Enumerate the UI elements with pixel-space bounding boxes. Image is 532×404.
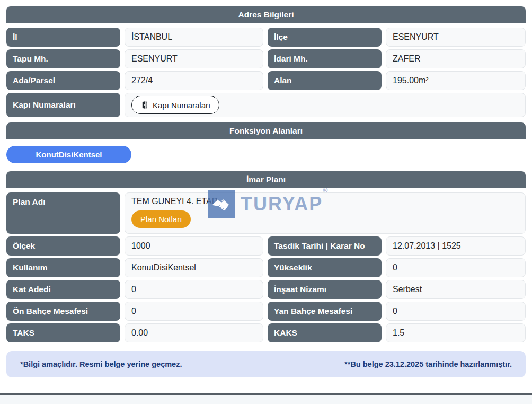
- field-label-insaat-nizami: İnşaat Nizamı: [268, 280, 382, 299]
- field-label-ilce: İlçe: [268, 28, 382, 47]
- field-value-kullanim: KonutDisiKentsel: [125, 258, 263, 277]
- field-value-tapu-mh: ESENYURT: [125, 49, 263, 68]
- field-value-yukseklik: 0: [386, 258, 526, 277]
- disclaimer-note: *Bilgi amaçlıdır. Resmi belge yerine geç…: [6, 351, 526, 377]
- field-label-kaks: KAKS: [268, 323, 382, 342]
- field-value-insaat-nizami: Serbest: [386, 280, 526, 299]
- disclaimer-text-right: **Bu belge 23.12.2025 tarihinde hazırlan…: [344, 360, 512, 368]
- field-label-tasdik-tarihi-karar-no: Tasdik Tarihi | Karar No: [268, 236, 382, 256]
- footer-background: [0, 395, 532, 404]
- field-value-kaks: 1.5: [386, 323, 526, 342]
- field-label-ada-parsel: Ada/Parsel: [6, 71, 120, 90]
- page-footer-strip: [0, 393, 532, 404]
- field-label-plan-adi: Plan Adı: [6, 192, 120, 234]
- row-kullanim-yukseklik: Kullanım KonutDisiKentsel Yükseklik 0: [6, 258, 526, 277]
- field-label-taks: TAKS: [6, 323, 120, 342]
- field-label-on-bahce: Ön Bahçe Mesafesi: [6, 302, 120, 321]
- disclaimer-text-left: *Bilgi amaçlıdır. Resmi belge yerine geç…: [20, 360, 182, 368]
- field-label-kapi-numaralari: Kapı Numaraları: [6, 93, 120, 117]
- field-label-yukseklik: Yükseklik: [268, 258, 382, 277]
- field-value-kat-adedi: 0: [125, 280, 263, 299]
- field-label-kullanim: Kullanım: [6, 258, 120, 277]
- field-label-idari-mh: İdari Mh.: [268, 49, 382, 68]
- row-olcek-tasdik: Ölçek 1000 Tasdik Tarihi | Karar No 12.0…: [6, 236, 526, 256]
- field-value-on-bahce: 0: [125, 302, 263, 321]
- field-value-ilce: ESENYURT: [386, 28, 526, 47]
- door-open-icon: [140, 101, 149, 109]
- row-plan-adi: Plan Adı TEM GUNEYI 4. ETAP Plan Notları…: [6, 192, 526, 234]
- kapi-numaralari-button-label: Kapı Numaraları: [153, 101, 210, 110]
- field-value-plan-adi: TEM GUNEYI 4. ETAP Plan Notları: [125, 192, 526, 234]
- field-value-ada-parsel: 272/4: [125, 71, 263, 90]
- field-value-taks: 0.00: [125, 323, 263, 342]
- imar-info-page: Adres Bilgileri İl İSTANBUL İlçe ESENYUR…: [0, 0, 532, 404]
- row-bahce-mesafeleri: Ön Bahçe Mesafesi 0 Yan Bahçe Mesafesi 0: [6, 302, 526, 321]
- row-taks-kaks: TAKS 0.00 KAKS 1.5: [6, 323, 526, 342]
- field-value-il: İSTANBUL: [125, 28, 263, 47]
- field-label-il: İl: [6, 28, 120, 47]
- field-value-tasdik-tarihi-karar-no: 12.07.2013 | 1525: [386, 236, 526, 256]
- field-value-kapi-numaralari: Kapı Numaraları: [125, 93, 526, 117]
- field-label-tapu-mh: Tapu Mh.: [6, 49, 120, 68]
- row-tapu-idari: Tapu Mh. ESENYURT İdari Mh. ZAFER: [6, 49, 526, 68]
- row-kapi-numaralari: Kapı Numaraları Kapı Numaraları: [6, 93, 526, 117]
- field-label-olcek: Ölçek: [6, 236, 120, 256]
- field-label-alan: Alan: [268, 71, 382, 90]
- field-label-yan-bahce: Yan Bahçe Mesafesi: [268, 302, 382, 321]
- row-ada-alan: Ada/Parsel 272/4 Alan 195.00m²: [6, 71, 526, 90]
- field-label-kat-adedi: Kat Adedi: [6, 280, 120, 299]
- field-value-olcek: 1000: [125, 236, 263, 256]
- row-il-ilce: İl İSTANBUL İlçe ESENYURT: [6, 28, 526, 47]
- plan-adi-text: TEM GUNEYI 4. ETAP: [131, 197, 217, 206]
- section-header-fonksiyon-alanlari: Fonksiyon Alanları: [6, 122, 526, 139]
- row-kat-nizam: Kat Adedi 0 İnşaat Nizamı Serbest: [6, 280, 526, 299]
- section-header-imar-plani: İmar Planı: [6, 171, 526, 188]
- field-value-alan: 195.00m²: [386, 71, 526, 90]
- function-area-tag[interactable]: KonutDisiKentsel: [6, 146, 131, 163]
- field-value-idari-mh: ZAFER: [386, 49, 526, 68]
- field-value-yan-bahce: 0: [386, 302, 526, 321]
- section-header-adres-bilgileri: Adres Bilgileri: [6, 6, 526, 23]
- plan-notlari-button[interactable]: Plan Notları: [131, 210, 191, 228]
- kapi-numaralari-button[interactable]: Kapı Numaraları: [131, 96, 219, 114]
